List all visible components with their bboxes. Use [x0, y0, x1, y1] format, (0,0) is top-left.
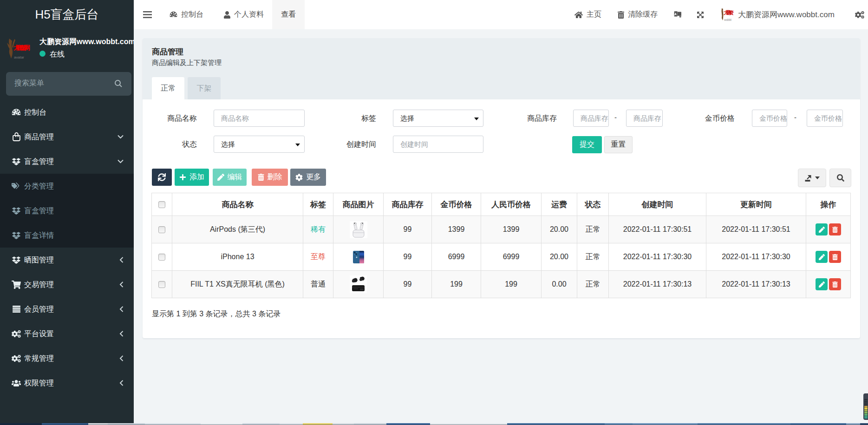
svg-text:wobbt: wobbt [724, 18, 731, 21]
svg-text:avatar: avatar [14, 55, 24, 59]
svg-text:大鹏资: 大鹏资 [724, 10, 734, 15]
svg-text:大鹏资源网: 大鹏资源网 [13, 44, 30, 51]
